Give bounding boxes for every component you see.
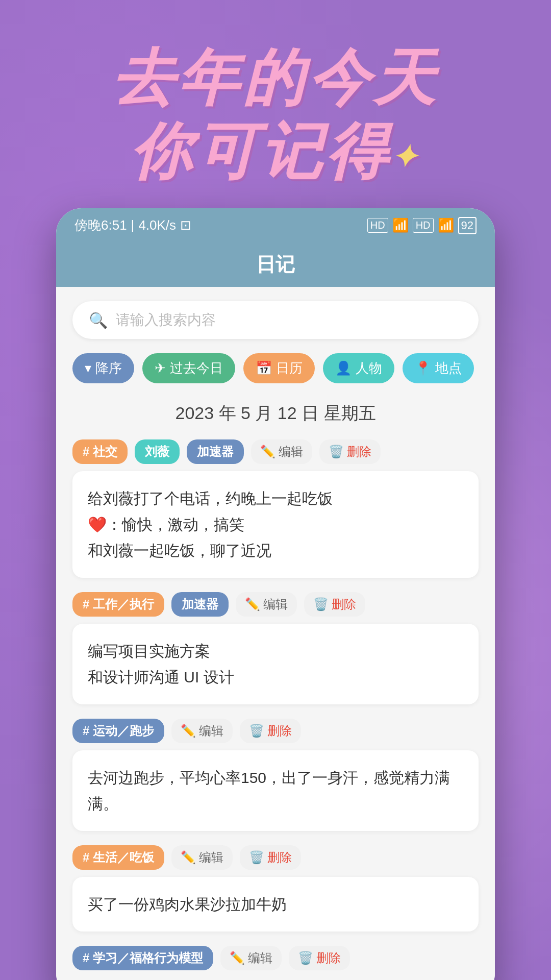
tag-accelerator-1: 加速器 (187, 439, 244, 464)
entry-1-tags: # 社交 刘薇 加速器 ✏️ 编辑 🗑️ 删除 (72, 439, 479, 464)
tag-social: # 社交 (72, 439, 128, 464)
speed-display: 4.0K/s (138, 217, 176, 233)
people-icon: 👤 (335, 360, 352, 376)
hd-badge1: HD (367, 218, 388, 233)
entry-3-tags: # 运动／跑步 ✏️ 编辑 🗑️ 删除 (72, 719, 479, 743)
people-label: 人物 (356, 359, 382, 377)
filter-row: ▾ 降序 ✈ 过去今日 📅 日历 👤 人物 📍 地点 (72, 353, 479, 383)
signal-icon: 📶 (392, 217, 409, 233)
hd-badge2: HD (413, 218, 434, 233)
edit-icon-3: ✏️ (181, 724, 196, 738)
search-icon: 🔍 (89, 311, 108, 329)
diary-entry-1: # 社交 刘薇 加速器 ✏️ 编辑 🗑️ 删除 给刘薇打了个电话，约晚上一起吃饭… (72, 439, 479, 578)
entry-3-content: 去河边跑步，平均心率150，出了一身汗，感觉精力满满。 (88, 765, 463, 817)
filter-people-button[interactable]: 👤 人物 (323, 353, 394, 383)
diary-entry-5: # 学习／福格行为模型 ✏️ 编辑 🗑️ 删除 (72, 946, 479, 970)
hero-line2: 你可记得✦ (0, 114, 551, 188)
entry-4-tags: # 生活／吃饭 ✏️ 编辑 🗑️ 删除 (72, 845, 479, 870)
filter-calendar-button[interactable]: 📅 日历 (243, 353, 315, 383)
calendar-icon: 📅 (256, 360, 272, 376)
tag-accelerator-2: 加速器 (171, 592, 229, 617)
app-content: 🔍 请输入搜索内容 ▾ 降序 ✈ 过去今日 📅 日历 👤 人物 📍 (56, 287, 495, 980)
edit-entry-2-button[interactable]: ✏️ 编辑 (236, 592, 297, 617)
filter-order-button[interactable]: ▾ 降序 (72, 353, 134, 383)
delete-label-3: 删除 (267, 723, 292, 739)
delete-entry-1-button[interactable]: 🗑️ 删除 (319, 439, 381, 464)
past-label: 过去今日 (170, 359, 223, 377)
entry-5-tags: # 学习／福格行为模型 ✏️ 编辑 🗑️ 删除 (72, 946, 479, 970)
diary-entry-2: # 工作／执行 加速器 ✏️ 编辑 🗑️ 删除 编写项目实施方案 和设计师沟通 … (72, 592, 479, 704)
screen-icon: ⊡ (180, 217, 191, 233)
delete-entry-2-button[interactable]: 🗑️ 删除 (304, 592, 365, 617)
tag-person-liu: 刘薇 (135, 439, 180, 464)
entry-1-line3: 和刘薇一起吃饭，聊了近况 (88, 537, 463, 564)
status-bar: 傍晚6:51 | 4.0K/s ⊡ HD 📶 HD 📶 92 (56, 208, 495, 242)
edit-entry-3-button[interactable]: ✏️ 编辑 (171, 719, 233, 743)
filter-past-button[interactable]: ✈ 过去今日 (142, 353, 235, 383)
filter-location-button[interactable]: 📍 地点 (403, 353, 474, 383)
hero-section: 去年的今天 你可记得✦ (0, 0, 551, 208)
tag-work: # 工作／执行 (72, 592, 164, 617)
divider-pipe: | (131, 217, 135, 233)
status-left: 傍晚6:51 | 4.0K/s ⊡ (74, 216, 191, 234)
entry-3-card: 去河边跑步，平均心率150，出了一身汗，感觉精力满满。 (72, 750, 479, 831)
delete-entry-3-button[interactable]: 🗑️ 删除 (240, 719, 301, 743)
wifi-icon: 📶 (438, 217, 454, 233)
edit-label-5: 编辑 (248, 950, 272, 966)
edit-icon-4: ✏️ (181, 850, 196, 865)
past-icon: ✈ (155, 360, 166, 376)
app-header: 日记 (56, 242, 495, 287)
entry-2-card: 编写项目实施方案 和设计师沟通 UI 设计 (72, 624, 479, 704)
date-header: 2023 年 5 月 12 日 星期五 (72, 402, 479, 425)
star-decoration: ✦ (391, 139, 421, 176)
entry-2-tags: # 工作／执行 加速器 ✏️ 编辑 🗑️ 删除 (72, 592, 479, 617)
delete-icon-2: 🗑️ (313, 597, 329, 611)
entry-4-content: 买了一份鸡肉水果沙拉加牛奶 (88, 891, 463, 917)
tag-life: # 生活／吃饭 (72, 845, 164, 870)
delete-label-1: 删除 (347, 444, 371, 460)
delete-label-4: 删除 (267, 849, 292, 866)
status-right: HD 📶 HD 📶 92 (367, 217, 477, 234)
entry-1-card: 给刘薇打了个电话，约晚上一起吃饭 ❤️：愉快，激动，搞笑 和刘薇一起吃饭，聊了近… (72, 471, 479, 578)
location-icon: 📍 (415, 360, 431, 376)
hero-line1: 去年的今天 (0, 41, 551, 114)
app-title: 日记 (256, 254, 295, 275)
order-label: 降序 (95, 359, 122, 377)
edit-entry-5-button[interactable]: ✏️ 编辑 (220, 946, 282, 970)
entry-4-card: 买了一份鸡肉水果沙拉加牛奶 (72, 877, 479, 932)
search-placeholder: 请输入搜索内容 (116, 310, 216, 330)
calendar-label: 日历 (276, 359, 303, 377)
diary-entry-4: # 生活／吃饭 ✏️ 编辑 🗑️ 删除 买了一份鸡肉水果沙拉加牛奶 (72, 845, 479, 932)
delete-icon-1: 🗑️ (329, 445, 344, 459)
location-label: 地点 (435, 359, 462, 377)
entry-1-line1: 给刘薇打了个电话，约晚上一起吃饭 (88, 485, 463, 511)
delete-entry-4-button[interactable]: 🗑️ 删除 (240, 845, 301, 870)
entry-2-line1: 编写项目实施方案 (88, 638, 463, 664)
time-display: 傍晚6:51 (74, 216, 127, 234)
tag-study: # 学习／福格行为模型 (72, 946, 213, 970)
edit-icon-5: ✏️ (230, 951, 245, 965)
edit-icon-2: ✏️ (245, 597, 260, 611)
edit-entry-4-button[interactable]: ✏️ 编辑 (171, 845, 233, 870)
edit-entry-1-button[interactable]: ✏️ 编辑 (251, 439, 312, 464)
edit-icon-1: ✏️ (260, 445, 276, 459)
delete-icon-5: 🗑️ (298, 951, 313, 965)
battery-icon: 92 (458, 217, 477, 234)
edit-label-3: 编辑 (199, 723, 223, 739)
delete-icon-3: 🗑️ (249, 724, 264, 738)
order-icon: ▾ (85, 360, 91, 376)
tag-exercise: # 运动／跑步 (72, 719, 164, 743)
delete-label-5: 删除 (316, 950, 341, 966)
edit-label-2: 编辑 (263, 596, 288, 612)
edit-label-4: 编辑 (199, 849, 223, 866)
entry-2-line2: 和设计师沟通 UI 设计 (88, 664, 463, 690)
delete-entry-5-button[interactable]: 🗑️ 删除 (289, 946, 350, 970)
search-bar[interactable]: 🔍 请输入搜索内容 (72, 301, 479, 339)
diary-entry-3: # 运动／跑步 ✏️ 编辑 🗑️ 删除 去河边跑步，平均心率150，出了一身汗，… (72, 719, 479, 831)
heart-emoji: ❤️ (88, 516, 107, 533)
phone-frame: 傍晚6:51 | 4.0K/s ⊡ HD 📶 HD 📶 92 日记 🔍 请输入搜… (56, 208, 495, 980)
delete-label-2: 删除 (332, 596, 356, 612)
entry-1-line2: ❤️：愉快，激动，搞笑 (88, 511, 463, 537)
delete-icon-4: 🗑️ (249, 850, 264, 865)
edit-label-1: 编辑 (279, 444, 303, 460)
